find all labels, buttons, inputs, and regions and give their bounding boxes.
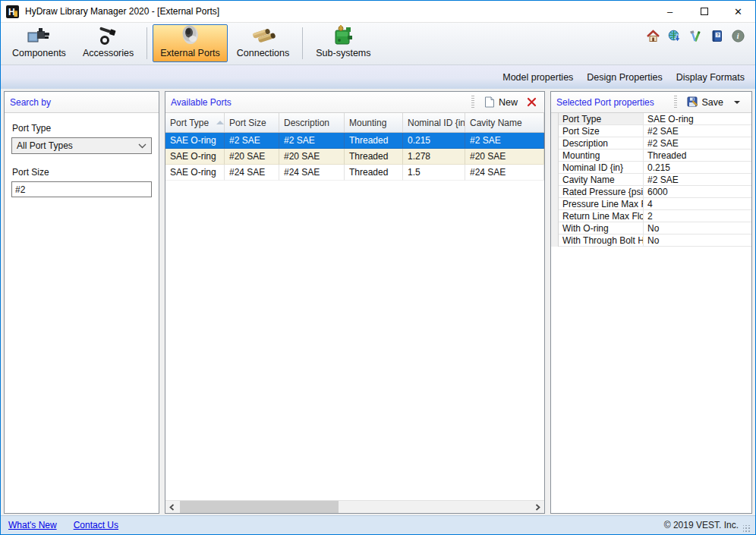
- property-row[interactable]: With Through Bolt HolesNo: [551, 234, 751, 247]
- property-value[interactable]: #2 SAE: [644, 174, 751, 186]
- info-icon[interactable]: i: [732, 30, 745, 42]
- scrollbar-track[interactable]: [178, 501, 531, 513]
- property-value[interactable]: Threaded: [644, 149, 751, 162]
- delete-x-icon: [527, 97, 537, 107]
- property-row[interactable]: With O-ringNo: [551, 222, 751, 234]
- minimize-button[interactable]: –: [653, 1, 687, 22]
- property-value[interactable]: 2: [644, 210, 751, 222]
- menu-item-display-formats[interactable]: Display Formats: [670, 69, 751, 86]
- table-cell: Threaded: [345, 133, 403, 149]
- property-value[interactable]: 0.215: [644, 162, 751, 174]
- column-header-mounting[interactable]: Mounting: [345, 113, 403, 132]
- scroll-right-arrow[interactable]: [531, 501, 544, 513]
- property-row-gutter: [551, 137, 559, 149]
- table-cell: 1.278: [403, 149, 465, 165]
- property-value[interactable]: 6000: [644, 186, 751, 198]
- table-cell: Threaded: [345, 165, 403, 181]
- property-row[interactable]: Description#2 SAE: [551, 137, 751, 149]
- new-port-button[interactable]: New: [480, 94, 522, 110]
- property-value[interactable]: #2 SAE: [644, 137, 751, 149]
- available-ports-title: Available Ports: [171, 97, 232, 108]
- available-ports-table: Port TypePort SizeDescriptionMountingNom…: [165, 113, 544, 513]
- available-ports-header: Available Ports New: [165, 92, 544, 113]
- close-button[interactable]: ✕: [721, 1, 755, 22]
- property-row[interactable]: Port Size#2 SAE: [551, 125, 751, 137]
- port-size-input[interactable]: [11, 181, 152, 197]
- search-form: Port Type All Port Types Port Size: [5, 113, 159, 206]
- tab-label: Connections: [237, 48, 290, 58]
- table-empty-space: [165, 181, 544, 500]
- property-row[interactable]: Pressure Line Max Flow4: [551, 198, 751, 210]
- delete-port-button[interactable]: [522, 95, 541, 109]
- maximize-button[interactable]: [687, 1, 721, 22]
- maximize-icon: [701, 8, 708, 15]
- table-body: SAE O-ring#2 SAE#2 SAEThreaded0.215#2 SA…: [165, 133, 544, 181]
- accessories-icon: [96, 25, 121, 46]
- tab-accessories[interactable]: Accessories: [75, 24, 141, 62]
- scrollbar-thumb[interactable]: [180, 501, 339, 513]
- tab-label: Sub-systems: [316, 48, 370, 58]
- property-label: Return Line Max Flow: [559, 210, 644, 222]
- column-header-label: Port Type: [170, 118, 209, 128]
- property-label: Pressure Line Max Flow: [559, 198, 644, 210]
- tab-label: Accessories: [83, 48, 134, 58]
- menu-item-model-properties[interactable]: Model properties: [496, 69, 579, 86]
- table-row[interactable]: SAE O-ring#20 SAE#20 SAEThreaded1.278#20…: [165, 149, 544, 165]
- table-cell: #24 SAE: [225, 165, 279, 181]
- property-value[interactable]: SAE O-ring: [644, 113, 751, 125]
- tab-external-ports[interactable]: External Ports: [153, 24, 228, 62]
- table-row[interactable]: SAE O-ring#2 SAE#2 SAEThreaded0.215#2 SA…: [165, 133, 544, 149]
- column-header-port-size[interactable]: Port Size: [225, 113, 279, 132]
- property-value[interactable]: #2 SAE: [644, 125, 751, 137]
- column-header-label: Mounting: [349, 118, 386, 128]
- web-download-icon[interactable]: [668, 30, 681, 42]
- title-bar: H HyDraw Library Manager 2020 - [Externa…: [1, 1, 755, 22]
- new-button-label: New: [499, 97, 518, 108]
- property-row[interactable]: Return Line Max Flow2: [551, 210, 751, 222]
- help-book-icon[interactable]: ?: [710, 30, 723, 42]
- table-cell: #20 SAE: [465, 149, 544, 165]
- copyright-text: © 2019 VEST. Inc.: [664, 520, 739, 530]
- tools-icon[interactable]: [689, 30, 702, 42]
- property-label: Mounting: [559, 149, 644, 162]
- resize-grip[interactable]: [743, 525, 751, 533]
- column-header-port-type[interactable]: Port Type: [165, 113, 225, 132]
- svg-text:H: H: [8, 7, 15, 17]
- tab-label: External Ports: [160, 48, 220, 58]
- contact-us-link[interactable]: Contact Us: [74, 520, 118, 530]
- horizontal-scrollbar[interactable]: [165, 500, 544, 513]
- column-header-description[interactable]: Description: [279, 113, 345, 132]
- port-type-dropdown[interactable]: All Port Types: [11, 137, 152, 154]
- property-row-gutter: [551, 234, 559, 247]
- available-ports-actions: New: [470, 94, 541, 110]
- whats-new-link[interactable]: What's New: [8, 520, 57, 530]
- tab-connections[interactable]: Connections: [229, 24, 298, 62]
- column-header-cavity-name[interactable]: Cavity Name: [465, 113, 544, 132]
- property-row[interactable]: MountingThreaded: [551, 149, 751, 162]
- tab-sub-systems[interactable]: Sub-systems: [308, 24, 378, 62]
- chevron-down-icon: [138, 143, 146, 149]
- table-cell: #20 SAE: [225, 149, 279, 165]
- property-value[interactable]: No: [644, 222, 751, 234]
- property-label: With O-ring: [559, 222, 644, 234]
- property-label: Nominal ID {in}: [559, 162, 644, 174]
- home-icon[interactable]: [647, 30, 660, 42]
- window-title: HyDraw Library Manager 2020 - [External …: [25, 6, 219, 17]
- property-row[interactable]: Cavity Name#2 SAE: [551, 174, 751, 186]
- table-cell: SAE O-ring: [165, 165, 225, 181]
- tab-components[interactable]: Components: [5, 24, 74, 62]
- table-cell: #2 SAE: [465, 133, 544, 149]
- save-button[interactable]: Save: [682, 94, 729, 110]
- property-row[interactable]: Nominal ID {in}0.215: [551, 162, 751, 174]
- property-value[interactable]: No: [644, 234, 751, 247]
- scroll-left-arrow[interactable]: [165, 501, 178, 513]
- property-value[interactable]: 4: [644, 198, 751, 210]
- column-header-nominal-id-in-[interactable]: Nominal ID {in}: [403, 113, 465, 132]
- menu-item-design-properties[interactable]: Design Properties: [581, 69, 668, 86]
- property-row[interactable]: Port TypeSAE O-ring: [551, 113, 751, 125]
- save-dropdown-button[interactable]: [728, 99, 748, 106]
- column-header-label: Port Size: [229, 118, 266, 128]
- property-row[interactable]: Rated Pressure {psi}6000: [551, 186, 751, 198]
- table-row[interactable]: SAE O-ring#24 SAE#24 SAEThreaded1.5#24 S…: [165, 165, 544, 181]
- save-floppy-icon: [687, 96, 698, 108]
